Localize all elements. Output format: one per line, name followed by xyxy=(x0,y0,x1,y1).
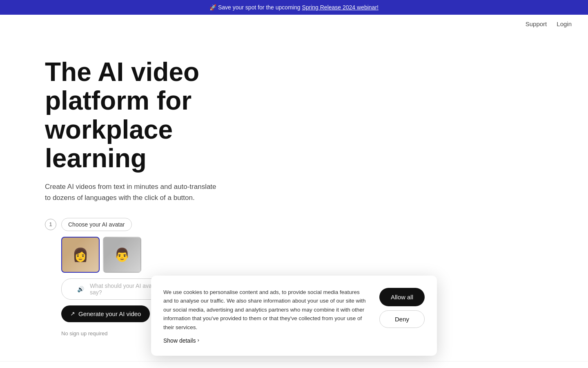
step-1-row: 1 Choose your AI avatar xyxy=(45,218,241,231)
generate-button[interactable]: ↗ Generate your AI video xyxy=(61,305,150,322)
cookie-text-area: We use cookies to personalise content an… xyxy=(163,288,370,345)
cookie-banner: We use cookies to personalise content an… xyxy=(151,276,437,356)
step-1-number: 1 xyxy=(45,219,56,230)
generate-icon: ↗ xyxy=(70,310,75,317)
generate-label: Generate your AI video xyxy=(78,310,141,317)
avatar-female[interactable]: 👩 xyxy=(61,237,100,273)
banner-link[interactable]: Spring Release 2024 webinar! xyxy=(302,4,379,11)
support-link[interactable]: Support xyxy=(526,20,547,27)
allow-all-button[interactable]: Allow all xyxy=(379,288,425,306)
chevron-right-icon: › xyxy=(197,336,199,345)
avatar-row: 👩 👨 xyxy=(61,237,241,273)
hero-title: The AI video platform for workplace lear… xyxy=(45,58,241,173)
deny-button[interactable]: Deny xyxy=(379,310,425,328)
avatar-female-image: 👩 xyxy=(62,238,99,272)
cookie-buttons: Allow all Deny xyxy=(379,288,425,328)
navbar: Support Login xyxy=(0,15,588,33)
show-details-link[interactable]: Show details › xyxy=(163,336,370,345)
step-1-label: Choose your AI avatar xyxy=(61,218,132,231)
avatar-male-image: 👨 xyxy=(104,238,140,272)
trusted-section: TRUSTED BY: N NOVARTIS C Continental xyxy=(0,361,588,368)
speaker-icon: 🔊 xyxy=(77,286,84,292)
cookie-description: We use cookies to personalise content an… xyxy=(163,289,366,330)
hero-subtitle: Create AI videos from text in minutes an… xyxy=(45,181,216,203)
avatar-male[interactable]: 👨 xyxy=(103,237,141,273)
banner-prefix: 🚀 Save your spot for the upcoming xyxy=(209,4,302,11)
top-banner: 🚀 Save your spot for the upcoming Spring… xyxy=(0,0,588,15)
show-details-label: Show details xyxy=(163,336,196,345)
login-link[interactable]: Login xyxy=(557,20,572,27)
